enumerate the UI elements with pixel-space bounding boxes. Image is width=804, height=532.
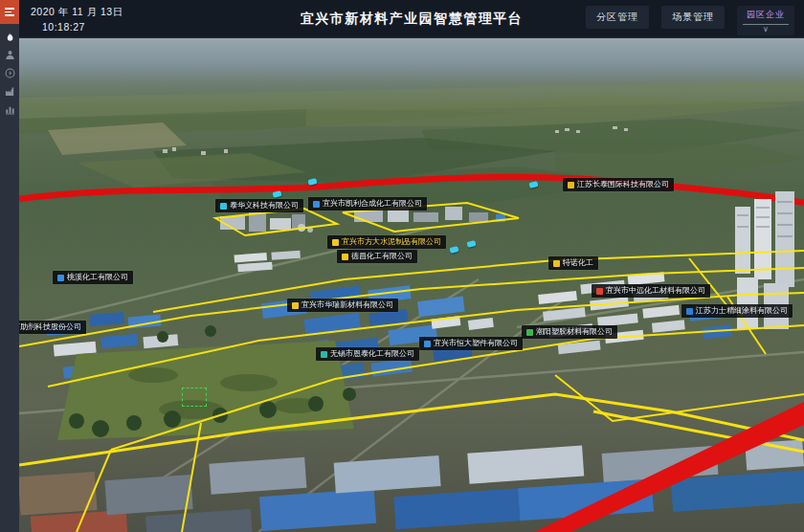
sidebar-item-energy[interactable] xyxy=(0,64,19,82)
company-label-text: 宜兴市华瑞新材料有限公司 xyxy=(302,300,393,310)
company-label[interactable]: 无锡市恩泰化工有限公司 xyxy=(316,347,419,361)
factory-icon xyxy=(5,86,15,97)
company-label[interactable]: 特诺化工 xyxy=(548,256,598,270)
company-marker-icon xyxy=(342,254,348,260)
page-title: 宜兴市新材料产业园智慧管理平台 xyxy=(301,11,524,28)
dropdown-label: 园区企业 xyxy=(747,9,785,21)
company-label-text: 潮阳塑胶材料有限公司 xyxy=(536,327,613,337)
company-label[interactable]: 宜兴市方大水泥制品有限公司 xyxy=(327,235,446,249)
company-marker-icon xyxy=(332,239,339,246)
company-label-text: 宜兴市恒大塑件有限公司 xyxy=(434,339,518,348)
hamburger-menu-icon xyxy=(5,8,14,16)
sidebar xyxy=(0,0,19,532)
company-label-text: 德昌化工有限公司 xyxy=(351,252,413,261)
bar-chart-icon xyxy=(5,104,15,115)
company-label[interactable]: 宜兴市华瑞新材料有限公司 xyxy=(287,299,398,312)
sidebar-item-menu[interactable] xyxy=(0,0,19,24)
company-label[interactable]: 宜兴市凯利合成化工有限公司 xyxy=(308,197,427,211)
map-3d-view[interactable]: 泰华义科技有限公司宜兴市凯利合成化工有限公司宜兴市方大水泥制品有限公司德昌化工有… xyxy=(19,38,804,532)
company-marker-icon xyxy=(526,329,533,336)
current-date: 2020 年 11 月 13日 xyxy=(31,6,123,19)
company-marker-icon xyxy=(568,182,574,188)
sidebar-item-enterprise[interactable] xyxy=(0,82,19,100)
chevron-down-icon: ∨ xyxy=(763,25,769,34)
company-marker-icon xyxy=(596,288,603,295)
company-label-text: 泰华义科技有限公司 xyxy=(230,201,299,211)
company-label[interactable]: 宜兴市中远化工材料有限公司 xyxy=(592,284,710,298)
company-label[interactable]: 桃溪化工有限公司 xyxy=(53,271,133,284)
scene-management-button[interactable]: 场景管理 xyxy=(661,6,725,29)
company-marker-icon xyxy=(292,302,299,309)
company-label[interactable]: 江苏力士精细涂料有限公司 xyxy=(681,304,793,318)
sidebar-item-personnel[interactable] xyxy=(0,46,19,64)
park-enterprise-dropdown[interactable]: 园区企业 ∨ xyxy=(737,6,794,35)
company-label-text: 桃溪化工有限公司 xyxy=(67,273,128,282)
company-label-text: 无锡市恩泰化工有限公司 xyxy=(330,349,414,359)
company-marker-icon xyxy=(424,341,431,347)
zone-management-button[interactable]: 分区管理 xyxy=(586,6,649,29)
current-time: 10:18:27 xyxy=(42,21,85,33)
header: 2020 年 11 月 13日 10:18:27 宜兴市新材料产业园智慧管理平台… xyxy=(19,0,804,38)
company-marker-icon xyxy=(686,308,693,315)
company-marker-icon xyxy=(553,260,560,267)
power-icon xyxy=(5,68,15,78)
company-marker-icon xyxy=(57,275,64,281)
company-label[interactable]: 江苏长泰国际科技有限公司 xyxy=(563,178,674,191)
company-label[interactable]: 德昌化工有限公司 xyxy=(337,250,417,263)
company-marker-icon xyxy=(220,203,227,210)
company-label-text: 江苏长泰国际科技有限公司 xyxy=(577,180,669,189)
company-label-text: 特诺化工 xyxy=(563,258,593,268)
company-label-text: 市助剂科技股份公司 xyxy=(19,322,81,332)
company-marker-icon xyxy=(321,351,327,358)
company-label[interactable]: 泰华义科技有限公司 xyxy=(215,199,303,212)
company-label-text: 宜兴市中远化工材料有限公司 xyxy=(606,286,705,296)
company-label[interactable]: 宜兴市恒大塑件有限公司 xyxy=(419,337,523,350)
flame-icon xyxy=(5,32,15,43)
header-actions: 分区管理 场景管理 园区企业 ∨ xyxy=(586,6,794,35)
person-icon xyxy=(5,50,15,60)
company-label-text: 宜兴市方大水泥制品有限公司 xyxy=(342,237,441,247)
map-labels-layer: 泰华义科技有限公司宜兴市凯利合成化工有限公司宜兴市方大水泥制品有限公司德昌化工有… xyxy=(19,38,804,532)
company-label[interactable]: 潮阳塑胶材料有限公司 xyxy=(522,325,617,339)
company-label[interactable]: 市助剂科技股份公司 xyxy=(19,321,86,334)
company-label-text: 江苏力士精细涂料有限公司 xyxy=(696,306,788,316)
company-marker-icon xyxy=(313,201,320,208)
company-label-text: 宜兴市凯利合成化工有限公司 xyxy=(323,199,422,209)
smart-park-platform: 2020 年 11 月 13日 10:18:27 宜兴市新材料产业园智慧管理平台… xyxy=(0,0,804,532)
sidebar-item-fire-alarm[interactable] xyxy=(0,28,19,46)
sidebar-item-statistics[interactable] xyxy=(0,100,19,119)
